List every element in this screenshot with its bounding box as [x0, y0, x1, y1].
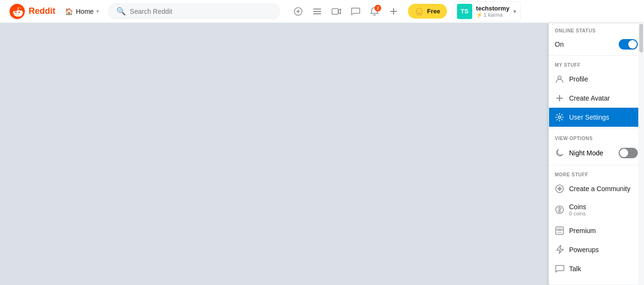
view-options-header: VIEW OPTIONS — [549, 131, 644, 143]
night-mode-label: Night Mode — [569, 149, 603, 157]
premium-icon — [555, 226, 564, 235]
profile-label: Profile — [569, 75, 588, 83]
divider-3 — [549, 165, 644, 165]
menu-item-create-avatar[interactable]: Create Avatar — [549, 89, 644, 108]
main-content — [0, 23, 644, 285]
talk-icon — [555, 264, 564, 274]
video-icon-btn[interactable] — [328, 3, 345, 20]
online-status-header: ONLINE STATUS — [549, 23, 644, 35]
moon-icon — [555, 148, 564, 158]
night-mode-toggle-knob — [620, 149, 628, 157]
user-settings-label: User Settings — [569, 113, 609, 121]
more-stuff-header: MORE STUFF — [549, 167, 644, 179]
talk-label: Talk — [569, 265, 581, 273]
search-bar[interactable]: 🔍 — [108, 3, 280, 19]
user-dropdown-menu: ONLINE STATUS On MY STUFF Profile Create… — [549, 23, 644, 285]
notification-icon-btn[interactable]: 2 — [366, 3, 383, 20]
divider-2 — [549, 129, 644, 129]
night-mode-left: Night Mode — [555, 148, 603, 158]
karma-icon: ⚡ — [476, 12, 483, 18]
night-mode-row: Night Mode — [549, 143, 644, 163]
menu-item-talk[interactable]: Talk — [549, 259, 644, 278]
scroll-thumb[interactable] — [639, 24, 643, 52]
navbar: Reddit 🏠 Home ▾ 🔍 2 🪙 Free — [0, 0, 644, 23]
coins-sublabel: 0 coins — [569, 211, 586, 216]
night-mode-toggle[interactable] — [619, 148, 638, 158]
coin-icon: 🪙 — [415, 7, 424, 16]
add-icon-btn[interactable] — [385, 3, 402, 20]
coins-info: Coins 0 coins — [569, 203, 586, 216]
menu-item-premium[interactable]: Premium — [549, 221, 644, 240]
online-status-row: On — [549, 35, 644, 53]
toggle-knob — [628, 40, 637, 49]
menu-item-profile[interactable]: Profile — [549, 70, 644, 89]
premium-menu-label: Premium — [569, 227, 596, 234]
search-icon: 🔍 — [116, 7, 126, 16]
popular-icon-btn[interactable] — [290, 3, 307, 20]
user-settings-icon — [555, 112, 564, 122]
reddit-wordmark: Reddit — [29, 6, 55, 16]
menu-item-powerups[interactable]: Powerups — [549, 240, 644, 259]
svg-point-4 — [559, 116, 561, 119]
powerups-label: Powerups — [569, 246, 599, 254]
menu-item-user-settings[interactable]: User Settings — [549, 108, 644, 127]
coins-label: Coins — [569, 203, 586, 211]
my-stuff-header: MY STUFF — [549, 58, 644, 70]
powerups-icon — [555, 245, 564, 254]
user-info: techstormy ⚡ 1 karma — [476, 5, 509, 18]
coins-icon — [555, 205, 564, 214]
create-avatar-icon — [555, 93, 564, 103]
notification-badge: 2 — [374, 5, 381, 11]
home-chevron-icon: ▾ — [96, 9, 99, 14]
home-label: Home — [76, 8, 93, 15]
svg-rect-2 — [332, 9, 338, 14]
home-icon: 🏠 — [65, 8, 73, 15]
all-icon-btn[interactable] — [309, 3, 326, 20]
create-avatar-label: Create Avatar — [569, 94, 610, 102]
chat-icon-btn[interactable] — [347, 3, 364, 20]
karma-value: 1 karma — [484, 12, 503, 18]
premium-button[interactable]: 🪙 Free — [408, 4, 447, 19]
home-dropdown[interactable]: 🏠 Home ▾ — [61, 6, 103, 17]
divider-1 — [549, 55, 644, 56]
menu-item-create-community[interactable]: Create a Community — [549, 179, 644, 198]
create-community-label: Create a Community — [569, 185, 630, 193]
premium-label: Free — [427, 8, 440, 15]
online-status-toggle[interactable] — [619, 39, 638, 50]
user-chevron-icon: ▾ — [513, 8, 516, 15]
profile-icon — [555, 74, 564, 84]
online-status-label: On — [555, 41, 564, 48]
user-menu-button[interactable]: TS techstormy ⚡ 1 karma ▾ — [453, 1, 520, 21]
username: techstormy — [476, 5, 509, 12]
search-input[interactable] — [130, 8, 272, 15]
nav-icons: 2 — [290, 3, 402, 20]
dropdown-scrollbar[interactable] — [638, 23, 644, 285]
reddit-logo[interactable]: Reddit — [10, 4, 55, 19]
karma-display: ⚡ 1 karma — [476, 12, 509, 18]
menu-item-coins[interactable]: Coins 0 coins — [549, 198, 644, 221]
community-icon — [555, 184, 564, 193]
avatar: TS — [457, 4, 472, 19]
